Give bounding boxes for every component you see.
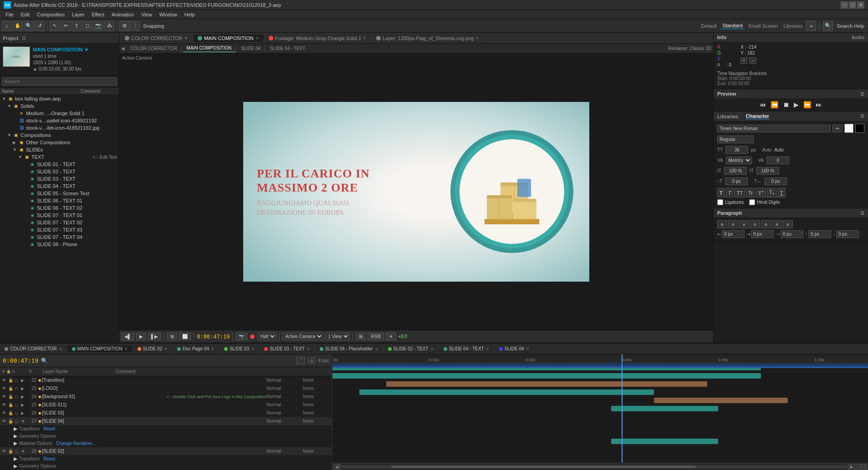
tl-scroll-thumb[interactable] [391,465,696,468]
tl-scroll-right[interactable]: ▶ [848,464,855,470]
tl-search-btn[interactable]: 🔍 [41,358,48,364]
tree-arrow-text[interactable]: ▼ [18,155,24,159]
tree-item-slide07text1[interactable]: ◉ SLIDE 07 - TEXT 01 [0,212,119,219]
tl-sub-reset-27[interactable]: Reset [43,426,55,431]
sub-tab-color-corrector[interactable]: COLOR CORRECTOR [127,45,181,52]
tl-eye-27[interactable]: 👁 [2,419,8,424]
close-button[interactable]: ✕ [857,1,864,9]
para-align-center[interactable]: ≡ [728,220,738,228]
para-align-justify-all[interactable]: ≡ [783,220,793,228]
preview-first[interactable]: ⏮ [758,100,768,109]
tl-layer-26[interactable]: 👁 🔓 ◻ ▶ 26 ■ [SLIDE 03] Normal None [0,409,332,417]
tl-tab-close-slide04[interactable]: ✕ [526,347,530,351]
align-tool[interactable]: ⊞ [119,21,129,31]
tl-tab-color-corrector[interactable]: COLOR CORRECTOR ✕ [0,345,67,352]
search-input[interactable] [2,77,117,86]
tl-layer-22[interactable]: 👁 🔓 ◻ ▶ 22 ■ [Transition] Normal None [0,376,332,384]
workspace-small[interactable]: Small Screen [746,23,780,29]
tl-eye-23[interactable]: 👁 [2,386,8,391]
tl-tab-slide02[interactable]: SLIDE 02 ✕ [133,345,173,352]
tl-layer-27[interactable]: 👁 🔓 ◻ ▼ 27 ■ [SLIDE 04] Normal None [0,417,332,425]
tree-item-slide01text[interactable]: ◉ SLIDE 01 - TEXT [0,161,119,168]
tl-layer-23[interactable]: 👁 🔓 ◻ ▶ 23 ■ [LOGO] Normal None [0,384,332,393]
tl-expand-25[interactable]: ▶ [21,403,26,407]
audio-tab[interactable]: Audio [852,35,864,40]
hand-tool[interactable]: ✋ [13,21,23,31]
zoom-tool[interactable]: 🔍 [24,21,34,31]
info-minus-btn[interactable]: − [749,57,756,64]
tl-tab-close-main-comp[interactable]: ✕ [124,347,128,351]
vt-grid[interactable]: ⊞ [356,333,366,340]
tree-item-slide05text[interactable]: ◉ SLIDE 05 - Screen Text [0,190,119,197]
tree-item-slide06text1[interactable]: ◉ SLIDE 06 - TEXT 01 [0,197,119,204]
vt-view-select[interactable]: 1 View [325,333,350,340]
maximize-button[interactable]: □ [849,1,856,9]
vt-snapshot[interactable]: 📷 [235,333,247,340]
char-swatch-black[interactable] [855,124,864,133]
menu-effect[interactable]: Effect [88,11,108,18]
workspace-standard[interactable]: Standard [720,23,745,29]
tl-lock-27[interactable]: 🔓 [8,419,15,424]
tree-item-slide04text[interactable]: ◉ SLIDE 04 - TEXT [0,182,119,190]
camera-tool[interactable]: 📷 [93,21,103,31]
vt-play-stop[interactable]: ▶ [136,333,146,340]
para-align-justify-left[interactable]: ≡ [750,220,760,228]
workspace-default[interactable]: Default [699,23,719,29]
tl-eye-22[interactable]: 👁 [2,378,8,383]
tree-arrow-slides[interactable]: ▼ [13,147,18,152]
char-super-btn[interactable]: T+ [756,188,766,197]
sub-tab-slide04text[interactable]: SLIDE 04 - TEXT [266,45,309,52]
tl-tab-close-slide02[interactable]: ✕ [164,347,168,351]
tl-tab-slide02text[interactable]: SLIDE 02 - TEXT ✕ [383,345,439,352]
tree-arrow-root[interactable]: ▼ [2,96,7,101]
project-menu-icon[interactable]: ☰ [22,35,26,40]
tl-expand-27[interactable]: ▼ [21,419,26,424]
pen-tool[interactable]: ✏ [61,21,71,31]
tree-item-slide03text[interactable]: ◉ SLIDE 03 - TEXT [0,175,119,182]
sub-tab-nav-left[interactable]: ◀ [121,46,125,51]
preview-prev[interactable]: ⏪ [769,100,780,109]
vt-snap[interactable]: ⊞ [167,333,177,340]
tl-lock-24[interactable]: 🔓 [8,394,15,399]
tl-sub-expand-27-t[interactable]: ▶ [14,426,19,432]
tl-tab-slide04[interactable]: SLIDE 04 ✕ [495,345,535,352]
tl-tab-close-docpage[interactable]: ✕ [211,347,214,351]
info-plus-btn[interactable]: + [740,57,747,64]
vt-composition[interactable]: ⬜ [179,333,191,340]
vt-exposure[interactable]: ☀ [386,333,396,340]
preview-play[interactable]: ▶ [792,100,801,109]
char-style-input[interactable] [717,136,754,143]
tree-item-slide08phone[interactable]: ◉ SLIDE 08 - Phone [0,241,119,248]
tl-tab-close-slide02text[interactable]: ✕ [430,347,434,351]
char-italic-btn[interactable]: T [726,188,734,197]
sub-tab-main-comp[interactable]: MAIN COMPOSITION [183,45,236,52]
char-smallcaps-btn[interactable]: Tr [746,188,755,197]
char-hindi-label[interactable]: Hindi Digits [749,199,780,205]
tab-layer[interactable]: Layer: 1200px-Flag_of_Slovenia.svg.png ✕ [372,35,484,42]
tree-item-comps[interactable]: ▼ ▣ Compositions [0,131,119,139]
char-tracking-input[interactable] [766,157,789,164]
tl-tab-close-slide03text[interactable]: ✕ [306,347,310,351]
tl-eye-26[interactable]: 👁 [2,410,8,415]
tree-item-slide07text3[interactable]: ◉ SLIDE 07 - TEXT 03 [0,226,119,233]
tl-lock-28[interactable]: 🔓 [8,449,15,454]
tab-close-layer[interactable]: ✕ [475,36,479,40]
menu-layer[interactable]: Layer [68,11,88,18]
tl-layer-24[interactable]: 👁 🔓 ◻ ▶ 24 ■ [Background #2] <-- Double … [0,393,332,401]
para-indent-left-input[interactable] [722,230,745,238]
tl-lock-25[interactable]: 🔓 [8,403,15,407]
menu-window[interactable]: Window [156,11,181,18]
home-tool[interactable]: ⌂ [2,21,12,31]
tl-sub-expand-27-g[interactable]: ▶ [14,433,19,439]
char-ligatures-label[interactable]: Ligatures [717,199,744,205]
vt-timecode[interactable]: 0:00:47:19 [197,334,230,340]
char-size-input[interactable] [725,146,748,154]
tab-close-footage[interactable]: ✕ [363,36,367,40]
shape-tool[interactable]: ◻ [82,21,92,31]
libraries-tab[interactable]: Libraries [717,114,738,119]
tl-lock-23[interactable]: 🔓 [8,386,15,391]
character-tab[interactable]: Character [745,113,769,119]
tl-keyframe-btn[interactable]: ◇ [308,358,316,364]
char-tsume-input[interactable] [764,177,787,185]
tl-curve-btn[interactable]: ⌒ [296,357,305,364]
